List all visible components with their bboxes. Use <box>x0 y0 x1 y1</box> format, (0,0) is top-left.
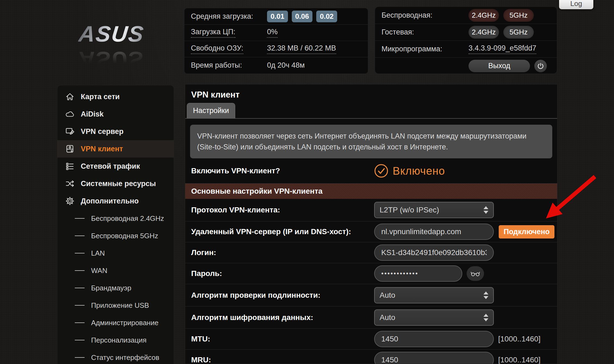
protocol-select[interactable]: L2TP (w/o IPSec) <box>374 202 494 218</box>
guest-24ghz-button[interactable]: 2.4GHz <box>469 26 499 39</box>
auth-algorithm-label: Алгоритм проверки подлинности: <box>185 291 374 300</box>
guest-row: Гостевая: 2.4GHz 5GHz <box>375 24 557 40</box>
asus-logo: ASUS ASUS <box>79 21 166 72</box>
asus-logo-reflection: ASUS <box>77 47 167 72</box>
sidebar-item-network-map[interactable]: Карта сети <box>57 88 174 105</box>
home-icon <box>64 92 75 102</box>
sidebar-item-system-resources[interactable]: Системные ресурсы <box>57 175 174 192</box>
uptime-value: 0д 20ч 48м <box>267 61 305 70</box>
login-row: Логин: <box>185 242 557 263</box>
shuffle-icon <box>64 179 75 189</box>
mtu-input[interactable] <box>374 331 494 347</box>
reboot-button[interactable] <box>534 60 547 72</box>
check-circle-icon <box>374 164 388 178</box>
subitem-dash-icon <box>75 340 85 340</box>
power-icon <box>537 62 544 70</box>
traffic-icon <box>64 161 75 171</box>
page-title: VPN клиент <box>191 90 557 100</box>
gear-icon <box>64 196 75 206</box>
subitem-dash-icon <box>75 270 85 271</box>
vpn-enabled-toggle[interactable]: Включено <box>374 164 445 178</box>
sidebar-item-vpn-client[interactable]: VPN клиент <box>57 140 174 158</box>
mtu-label: MTU: <box>185 335 374 343</box>
vpn-server-row: Удаленный VPN-сервер (IP или DNS-хост): … <box>185 221 557 242</box>
auth-algorithm-select[interactable]: Auto <box>374 287 494 303</box>
load-5min-badge: 0.06 <box>292 11 313 22</box>
guest-label: Гостевая: <box>382 28 469 36</box>
password-input[interactable] <box>374 265 462 282</box>
sidebar-subitem-wan[interactable]: WAN <box>57 262 174 279</box>
password-row: Пароль: <box>185 263 557 284</box>
cpu-load-value[interactable]: 0% <box>267 28 278 38</box>
show-password-button[interactable] <box>467 266 484 281</box>
uptime-label: Время работы: <box>191 61 267 70</box>
mru-row: MRU: [1000..1460] <box>185 349 557 364</box>
select-arrows-icon <box>483 314 488 321</box>
basic-settings-section-header: Основные настройки VPN-клиента <box>185 183 557 199</box>
vpn-server-input[interactable] <box>374 224 494 240</box>
asus-logo-text: ASUS <box>77 21 167 47</box>
logout-button[interactable]: Выход <box>469 60 530 72</box>
subitem-dash-icon <box>75 288 85 288</box>
sidebar-subitem-administration[interactable]: Администрирование <box>57 314 174 331</box>
vpn-enabled-status-text: Включено <box>393 165 445 177</box>
vpn-client-description: VPN-клиент позволяет через сеть Интернет… <box>190 125 552 158</box>
free-ram-label[interactable]: Свободно ОЗУ: <box>191 44 243 54</box>
subitem-dash-icon <box>75 253 85 253</box>
wireless-label: Беспроводная: <box>382 11 469 20</box>
mru-range-hint: [1000..1460] <box>498 356 541 364</box>
vpn-client-icon <box>64 144 75 154</box>
wireless-row: Беспроводная: 2.4GHz 5GHz <box>375 7 557 24</box>
tab-divider <box>185 118 557 119</box>
load-average-badges: 0.01 0.06 0.02 <box>267 11 337 22</box>
cipher-algorithm-label: Алгоритм шифрования данных: <box>185 313 374 322</box>
sidebar-subitem-usb-app[interactable]: Приложение USB <box>57 297 174 314</box>
vpn-server-icon <box>64 127 75 136</box>
sidebar-item-vpn-server[interactable]: VPN сервер <box>57 123 174 140</box>
free-ram-value[interactable]: 32.38 MB / 60.22 MB <box>267 44 336 54</box>
glasses-icon <box>470 270 480 277</box>
password-label: Пароль: <box>185 269 374 278</box>
subitem-dash-icon <box>75 236 85 236</box>
enable-vpn-row: Включить VPN-клиент? Включено <box>185 158 557 183</box>
enable-vpn-label: Включить VPN-клиент? <box>185 167 374 175</box>
wireless-5ghz-button[interactable]: 5GHz <box>503 9 534 22</box>
load-average-label: Средняя загрузка: <box>191 12 267 21</box>
firmware-row: Микропрограмма: 3.4.3.9-099_e58fdd7 <box>375 40 557 57</box>
subitem-dash-icon <box>75 218 85 219</box>
vpn-server-label: Удаленный VPN-сервер (IP или DNS-хост): <box>185 227 374 236</box>
protocol-label: Протокол VPN-клиента: <box>185 206 374 214</box>
auth-algorithm-row: Алгоритм проверки подлинности: Auto <box>185 284 557 306</box>
load-average-row: Средняя загрузка: 0.01 0.06 0.02 <box>184 8 368 24</box>
log-button[interactable]: Log <box>559 0 593 9</box>
sidebar-subitem-wireless-24[interactable]: Беспроводная 2.4GHz <box>57 210 174 227</box>
sidebar-subitem-firewall[interactable]: Брандмауэр <box>57 279 174 297</box>
guest-5ghz-button[interactable]: 5GHz <box>503 26 534 39</box>
cpu-load-label[interactable]: Загрузка ЦП: <box>191 28 235 38</box>
sidebar-subitem-lan[interactable]: LAN <box>57 244 174 262</box>
router-admin-page: { "brand": { "name": "ASUS" }, "log_butt… <box>0 0 614 364</box>
subitem-dash-icon <box>75 322 85 323</box>
protocol-row: Протокол VPN-клиента: L2TP (w/o IPSec) <box>185 199 557 221</box>
subitem-dash-icon <box>75 357 85 358</box>
sidebar-subitem-personalization[interactable]: Персонализация <box>57 331 174 349</box>
login-input[interactable] <box>374 244 494 261</box>
wireless-24ghz-button[interactable]: 2.4GHz <box>469 9 499 22</box>
sidebar-item-network-traffic[interactable]: Сетевой трафик <box>57 158 174 175</box>
cipher-algorithm-select[interactable]: Auto <box>374 309 494 326</box>
system-stats-panel: Средняя загрузка: 0.01 0.06 0.02 Загрузк… <box>184 8 368 74</box>
sidebar-item-aidisk[interactable]: AiDisk <box>57 105 174 123</box>
mru-input[interactable] <box>374 352 494 364</box>
select-arrows-icon <box>483 206 488 214</box>
uptime-row: Время работы: 0д 20ч 48м <box>184 57 368 73</box>
sidebar-subitem-interface-status[interactable]: Статус интерфейсов <box>57 349 174 364</box>
sidebar-item-advanced[interactable]: Дополнительно <box>57 192 174 210</box>
sidebar-subitem-wireless-5[interactable]: Беспроводная 5GHz <box>57 227 174 244</box>
mru-label: MRU: <box>185 356 374 364</box>
tab-settings[interactable]: Настройки <box>187 103 235 118</box>
firmware-version-link[interactable]: 3.4.3.9-099_e58fdd7 <box>469 44 536 54</box>
connected-status-badge: Подключено <box>499 225 554 239</box>
select-arrows-icon <box>483 291 488 299</box>
firmware-label: Микропрограмма: <box>382 45 469 53</box>
mtu-row: MTU: [1000..1460] <box>185 328 557 349</box>
